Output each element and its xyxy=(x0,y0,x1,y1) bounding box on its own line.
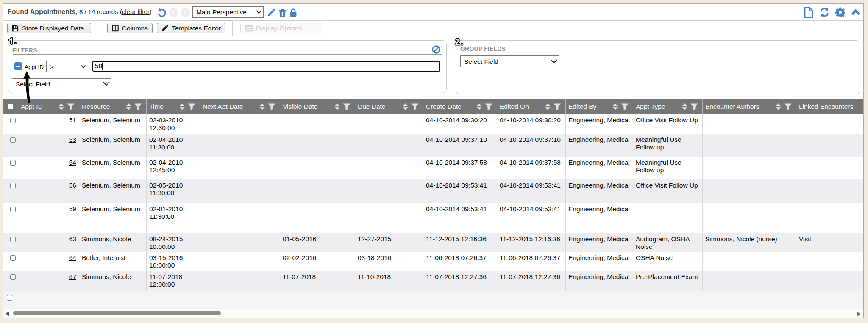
svg-text:2.: 2. xyxy=(455,37,463,47)
